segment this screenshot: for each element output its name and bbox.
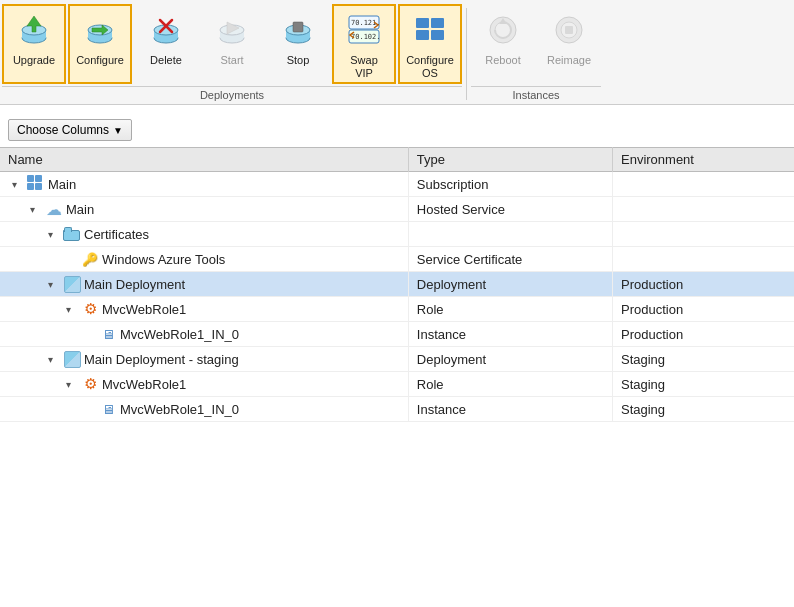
choose-columns-label: Choose Columns xyxy=(17,123,109,137)
row-type: Instance xyxy=(408,397,612,422)
row-name: Windows Azure Tools xyxy=(102,252,225,267)
tree-cell: ▾ Main Deployment xyxy=(8,275,400,293)
upgrade-button[interactable]: Upgrade xyxy=(2,4,66,84)
upgrade-icon xyxy=(14,10,54,50)
table-row[interactable]: ▾ ⚙ MvcWebRole1 RoleStaging xyxy=(0,372,794,397)
row-name: Main xyxy=(66,202,94,217)
configure-os-icon xyxy=(410,10,450,50)
row-env: Staging xyxy=(612,397,794,422)
svg-rect-34 xyxy=(565,26,573,34)
configure-label: Configure xyxy=(76,54,124,67)
svg-rect-28 xyxy=(431,30,444,40)
row-name: MvcWebRole1_IN_0 xyxy=(120,402,239,417)
row-name: MvcWebRole1_IN_0 xyxy=(120,327,239,342)
start-button[interactable]: Start xyxy=(200,4,264,84)
row-env xyxy=(612,222,794,247)
table-row[interactable]: 🖥 MvcWebRole1_IN_0 InstanceStaging xyxy=(0,397,794,422)
row-name: MvcWebRole1 xyxy=(102,302,186,317)
reimage-icon xyxy=(549,10,589,50)
toolbar: Upgrade Configure xyxy=(0,0,794,105)
row-type: Service Certificate xyxy=(408,247,612,272)
stop-label: Stop xyxy=(287,54,310,67)
configure-os-button[interactable]: ConfigureOS xyxy=(398,4,462,84)
start-icon xyxy=(212,10,252,50)
upgrade-label: Upgrade xyxy=(13,54,55,67)
role-icon: ⚙ xyxy=(84,300,97,318)
certificate-icon: 🔑 xyxy=(82,252,98,267)
swap-vip-label: SwapVIP xyxy=(350,54,378,80)
expand-arrow[interactable]: ▾ xyxy=(48,354,60,365)
reimage-button[interactable]: Reimage xyxy=(537,4,601,84)
start-label: Start xyxy=(220,54,243,67)
delete-label: Delete xyxy=(150,54,182,67)
delete-icon xyxy=(146,10,186,50)
table-row[interactable]: 🖥 MvcWebRole1_IN_0 InstanceProduction xyxy=(0,322,794,347)
expand-arrow[interactable]: ▾ xyxy=(30,204,42,215)
reboot-label: Reboot xyxy=(485,54,520,67)
row-env: Production xyxy=(612,297,794,322)
svg-rect-26 xyxy=(431,18,444,28)
role-icon: ⚙ xyxy=(84,375,97,393)
configure-icon xyxy=(80,10,120,50)
table-row[interactable]: ▾ Certificates xyxy=(0,222,794,247)
tree-cell: ▾ ☁ Main xyxy=(8,200,400,218)
expand-arrow[interactable]: ▾ xyxy=(48,279,60,290)
row-env: Production xyxy=(612,272,794,297)
row-type: Subscription xyxy=(408,172,612,197)
configure-button[interactable]: Configure xyxy=(68,4,132,84)
table-row[interactable]: ▾ ⚙ MvcWebRole1 RoleProduction xyxy=(0,297,794,322)
choose-columns-arrow-icon: ▼ xyxy=(113,125,123,136)
row-type: Role xyxy=(408,297,612,322)
instance-icon: 🖥 xyxy=(102,327,115,342)
expand-arrow[interactable]: ▾ xyxy=(66,304,78,315)
tree-cell: ▾ Certificates xyxy=(8,225,400,243)
stop-icon xyxy=(278,10,318,50)
table-header: Name Type Environment xyxy=(0,148,794,172)
svg-rect-20 xyxy=(293,22,303,32)
swap-vip-button[interactable]: 70.121... 70.102... SwapVIP xyxy=(332,4,396,84)
deployment-icon xyxy=(64,276,81,293)
deployment-icon xyxy=(64,351,81,368)
tree-cell: ▾ ⚙ MvcWebRole1 xyxy=(8,375,400,393)
expand-arrow[interactable]: ▾ xyxy=(66,379,78,390)
choose-columns-button[interactable]: Choose Columns ▼ xyxy=(8,119,132,141)
tree-cell: 🖥 MvcWebRole1_IN_0 xyxy=(8,400,400,418)
row-env xyxy=(612,172,794,197)
row-type: Instance xyxy=(408,322,612,347)
reboot-button[interactable]: Reboot xyxy=(471,4,535,84)
row-name: Main Deployment - staging xyxy=(84,352,239,367)
svg-text:70.102...: 70.102... xyxy=(351,33,382,41)
row-name: Certificates xyxy=(84,227,149,242)
instances-section: Reboot Reimage Instances xyxy=(471,4,601,104)
swap-vip-icon: 70.121... 70.102... xyxy=(344,10,384,50)
delete-button[interactable]: Delete xyxy=(134,4,198,84)
reimage-label: Reimage xyxy=(547,54,591,67)
svg-rect-25 xyxy=(416,18,429,28)
instance-icon: 🖥 xyxy=(102,402,115,417)
stop-button[interactable]: Stop xyxy=(266,4,330,84)
table-body: ▾ Main Subscription ▾ ☁ Main Hosted Serv… xyxy=(0,172,794,422)
reboot-icon xyxy=(483,10,523,50)
expand-arrow[interactable]: ▾ xyxy=(48,229,60,240)
row-type: Deployment xyxy=(408,347,612,372)
svg-rect-27 xyxy=(416,30,429,40)
deployments-label: Deployments xyxy=(2,86,462,104)
row-env: Staging xyxy=(612,347,794,372)
row-name: MvcWebRole1 xyxy=(102,377,186,392)
subscription-icon xyxy=(27,175,45,193)
hosted-service-icon: ☁ xyxy=(46,200,62,219)
choose-columns-bar: Choose Columns ▼ xyxy=(0,113,794,147)
table-row[interactable]: ▾ Main Deployment DeploymentProduction xyxy=(0,272,794,297)
tree-cell: ▾ ⚙ MvcWebRole1 xyxy=(8,300,400,318)
tree-cell: ▾ Main xyxy=(8,175,400,193)
col-header-name: Name xyxy=(0,148,408,172)
tree-cell: ▾ Main Deployment - staging xyxy=(8,350,400,368)
table-row[interactable]: ▾ Main Subscription xyxy=(0,172,794,197)
table-row[interactable]: 🔑 Windows Azure Tools Service Certificat… xyxy=(0,247,794,272)
configure-os-label: ConfigureOS xyxy=(406,54,454,80)
tree-cell: 🔑 Windows Azure Tools xyxy=(8,250,400,268)
table-row[interactable]: ▾ ☁ Main Hosted Service xyxy=(0,197,794,222)
expand-arrow[interactable]: ▾ xyxy=(12,179,24,190)
table-row[interactable]: ▾ Main Deployment - staging DeploymentSt… xyxy=(0,347,794,372)
toolbar-divider xyxy=(466,8,467,100)
